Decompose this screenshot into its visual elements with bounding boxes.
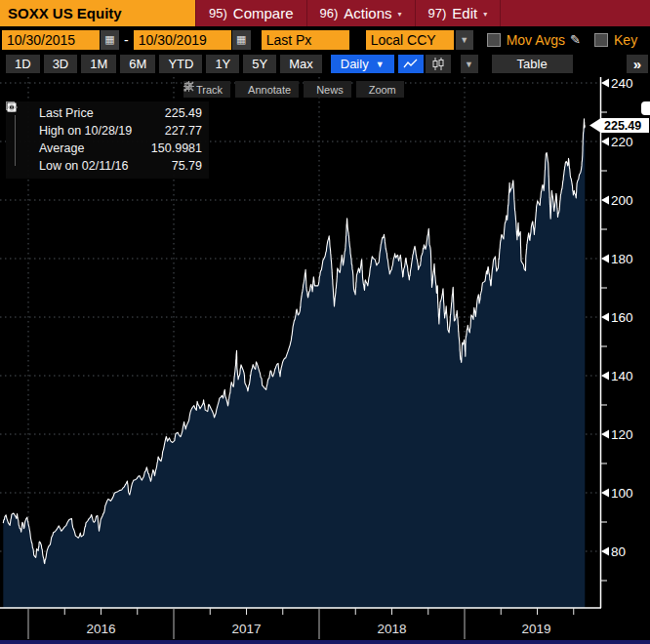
tool-label: Annotate [248, 84, 291, 96]
svg-text:220: 220 [611, 135, 633, 149]
tool-zoom-button[interactable]: Zoom [356, 81, 404, 98]
svg-text:140: 140 [611, 369, 633, 383]
menu-compare[interactable]: 95)Compare [195, 0, 307, 26]
menu-number: 96) [320, 6, 339, 20]
svg-text:2018: 2018 [377, 622, 406, 636]
line-chart-icon[interactable] [398, 55, 424, 73]
candlestick-chart-icon[interactable] [426, 55, 451, 73]
security-ticker: SOXX US Equity [8, 5, 122, 21]
date-to-value: 10/30/2019 [139, 32, 207, 48]
controls-bar: 10/30/2015 ▦ - 10/30/2019 ▦ Last Px Loca… [0, 26, 650, 53]
legend-label: Last Price [39, 106, 165, 120]
mov-avgs-checkbox[interactable] [487, 33, 501, 47]
menu-number: 95) [209, 6, 227, 20]
svg-text:240: 240 [611, 76, 633, 91]
menu-label: Edit [452, 5, 477, 21]
period-1m[interactable]: 1M [81, 55, 116, 73]
menu-label: Compare [233, 5, 294, 21]
chevron-down-icon: ▾ [483, 8, 487, 19]
svg-text:180: 180 [611, 252, 633, 266]
period-label: YTD [168, 57, 193, 71]
svg-text:120: 120 [611, 427, 633, 442]
chart-toolbar: TrackAnnotateNewsZoom [183, 81, 404, 98]
period-label: 1Y [215, 57, 230, 71]
date-from-input[interactable]: 10/30/2015 [2, 30, 100, 50]
key-events-checkbox[interactable] [594, 33, 608, 47]
period-label: 1M [90, 57, 107, 71]
edit-pencil-icon[interactable]: ✎ [570, 32, 581, 47]
period-max[interactable]: Max [280, 55, 322, 73]
period-label: 5Y [252, 57, 267, 71]
svg-text:2019: 2019 [521, 622, 550, 636]
legend-value: 227.77 [165, 124, 202, 138]
title-bar: SOXX US Equity 95)Compare96)Actions▾97)E… [0, 0, 650, 26]
svg-text:200: 200 [611, 193, 633, 208]
legend-tree-line [15, 115, 16, 166]
period-label: 3D [53, 57, 69, 71]
legend-row[interactable]: High on 10/28/19227.77 [9, 122, 202, 140]
menu-label: Actions [344, 5, 391, 21]
legend-label: Average [39, 141, 151, 155]
frequency-select[interactable]: Daily ▼ [331, 55, 394, 73]
legend-label: Low on 02/11/16 [39, 159, 172, 173]
bottom-strip [0, 640, 650, 644]
tool-label: News [316, 84, 344, 96]
table-label: Table [517, 57, 548, 71]
svg-text:160: 160 [611, 310, 633, 325]
menu-number: 97) [428, 6, 447, 20]
legend-value: 225.49 [165, 106, 202, 120]
period-bar: 1D3D1M6MYTD1Y5YMax Daily ▼ ▼ Table » [0, 53, 650, 75]
key-events-label: Key [614, 32, 637, 48]
legend-label: High on 10/28/19 [39, 124, 165, 138]
calendar-icon[interactable]: ▦ [232, 30, 251, 50]
legend-value: 75.79 [172, 159, 202, 173]
date-range-separator: - [124, 32, 129, 48]
period-label: 1D [15, 57, 31, 71]
calendar-icon[interactable]: ▦ [101, 30, 119, 50]
tool-label: Track [196, 84, 223, 96]
svg-text:2017: 2017 [231, 622, 261, 636]
currency-value: Local CCY [371, 32, 436, 48]
period-ytd[interactable]: YTD [159, 55, 202, 73]
legend-row[interactable]: Average150.9981 [9, 140, 202, 157]
svg-text:2016: 2016 [86, 622, 115, 636]
period-1y[interactable]: 1Y [206, 55, 239, 73]
period-buttons: 1D3D1M6MYTD1Y5YMax [6, 55, 326, 73]
menu-edit[interactable]: 97)Edit▾ [416, 0, 502, 26]
tool-news-button[interactable]: News [304, 81, 351, 98]
legend-row[interactable]: Low on 02/11/1675.79 [9, 157, 202, 175]
period-1d[interactable]: 1D [6, 55, 40, 73]
table-button[interactable]: Table [492, 55, 573, 73]
currency-select[interactable]: Local CCY [366, 30, 454, 50]
price-field-value: Last Px [266, 32, 312, 48]
chart-legend[interactable]: Last Price225.49High on 10/28/19227.77Av… [6, 101, 209, 179]
menu-bar: 95)Compare96)Actions▾97)Edit▾ [195, 0, 501, 26]
chevron-down-icon: ▾ [398, 8, 402, 19]
security-ticker-input[interactable]: SOXX US Equity [0, 0, 195, 26]
period-6m[interactable]: 6M [120, 55, 155, 73]
currency-dropdown-button[interactable]: ▼ [456, 30, 473, 50]
legend-value: 150.9981 [151, 141, 202, 155]
period-5y[interactable]: 5Y [243, 55, 276, 73]
tool-annotate-button[interactable]: Annotate [235, 81, 299, 98]
mov-avgs-label: Mov Avgs [507, 32, 565, 48]
tool-label: Zoom [369, 84, 396, 96]
menu-actions[interactable]: 96)Actions▾ [307, 0, 416, 26]
frequency-value: Daily [341, 57, 369, 71]
chevron-down-icon: ▼ [376, 60, 385, 69]
svg-text:100: 100 [611, 486, 633, 501]
last-price-tag: 225.49 [604, 119, 641, 133]
bloomberg-chart-window: SOXX US Equity 95)Compare96)Actions▾97)E… [0, 0, 650, 644]
more-panels-button[interactable]: » [627, 55, 648, 73]
period-3d[interactable]: 3D [44, 55, 78, 73]
chart-type-dropdown-button[interactable]: ▼ [461, 55, 478, 73]
date-from-value: 10/30/2015 [7, 32, 75, 48]
price-field-select[interactable]: Last Px [262, 30, 349, 50]
date-to-input[interactable]: 10/30/2019 [134, 30, 231, 50]
svg-text:80: 80 [611, 544, 626, 559]
chart-area[interactable]: 2402202001801601401201008020162017201820… [0, 75, 650, 644]
period-label: Max [289, 57, 313, 71]
period-label: 6M [129, 57, 146, 71]
legend-row[interactable]: Last Price225.49 [9, 104, 202, 122]
double-chevron-icon: » [633, 56, 641, 72]
